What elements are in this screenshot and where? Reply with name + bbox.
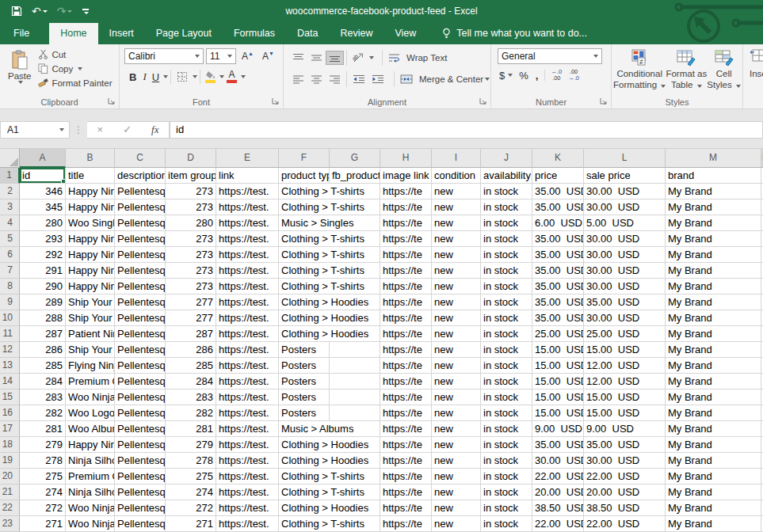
row-header-13[interactable]: 13 xyxy=(0,358,20,374)
cell-I14[interactable]: new xyxy=(432,374,481,390)
cell-C8[interactable]: Pellentesque habitant morbi xyxy=(115,279,166,294)
cell-E6[interactable]: https://test. xyxy=(216,247,279,263)
tab-home[interactable]: Home xyxy=(49,23,97,44)
cell-C17[interactable]: Pellentesque habitant morbi xyxy=(115,421,166,437)
underline-button[interactable]: U xyxy=(150,71,162,83)
cell-B9[interactable]: Ship Your Idea xyxy=(66,294,115,310)
cell-F5[interactable]: Clothing > T-shirts xyxy=(279,231,380,247)
cell-J4[interactable]: in stock xyxy=(481,215,532,231)
cell-H16[interactable]: https://te xyxy=(380,405,432,421)
insert-function-button[interactable]: fx xyxy=(151,124,158,136)
cell-H22[interactable]: https://te xyxy=(380,500,432,516)
cell-J11[interactable]: in stock xyxy=(481,326,532,342)
cell-I8[interactable]: new xyxy=(432,279,481,294)
row-header-17[interactable]: 17 xyxy=(0,421,20,437)
orientation-button[interactable]: ab xyxy=(349,51,368,66)
format-painter-button[interactable]: Format Painter xyxy=(36,77,114,89)
row-header-16[interactable]: 16 xyxy=(0,405,20,421)
cell-A21[interactable]: 274 xyxy=(20,484,66,500)
cell-H1[interactable]: image link xyxy=(380,168,432,184)
cell-F13[interactable]: Posters xyxy=(279,358,380,374)
cell-M3[interactable]: My Brand xyxy=(666,200,761,215)
cell-K15[interactable]: 15.00 USD xyxy=(532,390,584,405)
cell-C2[interactable]: Pellentesque habitant morbi xyxy=(115,184,166,200)
cell-D16[interactable]: 282 xyxy=(166,405,216,421)
cell-H21[interactable]: https://te xyxy=(380,484,432,500)
cell-M15[interactable]: My Brand xyxy=(666,390,761,405)
cell-B2[interactable]: Happy Ninja xyxy=(66,184,115,200)
cell-H23[interactable]: https://te xyxy=(380,516,432,532)
cell-M6[interactable]: My Brand xyxy=(666,247,761,263)
cell-E10[interactable]: https://test. xyxy=(216,310,279,326)
column-header-L[interactable]: L xyxy=(584,149,666,168)
cell-K8[interactable]: 35.00 USD xyxy=(532,279,584,294)
cell-K12[interactable]: 15.00 USD xyxy=(532,342,584,358)
cell-I22[interactable]: new xyxy=(432,500,481,516)
cell-E18[interactable]: https://test. xyxy=(216,437,279,453)
cell-L14[interactable]: 12.00 USD xyxy=(584,374,666,390)
column-header-K[interactable]: K xyxy=(532,149,584,168)
select-all-corner[interactable] xyxy=(0,149,20,168)
cell-F4[interactable]: Music > Singles xyxy=(279,215,380,231)
cell-D18[interactable]: 279 xyxy=(166,437,216,453)
cell-D3[interactable]: 273 xyxy=(166,200,216,215)
cell-M11[interactable]: My Brand xyxy=(666,326,761,342)
cell-C4[interactable]: Pellentesque habitant morbi xyxy=(115,215,166,231)
cell-M23[interactable]: My Brand xyxy=(666,516,761,532)
cell-M7[interactable]: My Brand xyxy=(666,263,761,279)
cell-I9[interactable]: new xyxy=(432,294,481,310)
cell-F14[interactable]: Posters xyxy=(279,374,380,390)
cell-A12[interactable]: 286 xyxy=(20,342,66,358)
cell-I3[interactable]: new xyxy=(432,200,481,215)
cell-E11[interactable]: https://test. xyxy=(216,326,279,342)
cell-M8[interactable]: My Brand xyxy=(666,279,761,294)
row-header-18[interactable]: 18 xyxy=(0,437,20,453)
cell-F1[interactable]: product type xyxy=(279,168,330,184)
wrap-text-label[interactable]: Wrap Text xyxy=(406,53,447,63)
column-header-G[interactable]: G xyxy=(330,149,380,168)
cell-M14[interactable]: My Brand xyxy=(666,374,761,390)
cell-L13[interactable]: 12.00 USD xyxy=(584,358,666,374)
cell-A1[interactable]: id xyxy=(20,168,66,184)
conditional-formatting-button[interactable]: ≠ ConditionalFormatting xyxy=(613,48,666,97)
cell-A10[interactable]: 288 xyxy=(20,310,66,326)
cell-L17[interactable]: 9.00 USD xyxy=(584,421,666,437)
cell-styles-button[interactable]: CellStyles xyxy=(707,48,741,97)
cell-C22[interactable]: Pellentesque habitant morbi xyxy=(115,500,166,516)
cell-B20[interactable]: Premium Quality xyxy=(66,469,115,484)
cell-A14[interactable]: 284 xyxy=(20,374,66,390)
cell-A17[interactable]: 281 xyxy=(20,421,66,437)
cell-J16[interactable]: in stock xyxy=(481,405,532,421)
cell-A23[interactable]: 271 xyxy=(20,516,66,532)
cell-J9[interactable]: in stock xyxy=(481,294,532,310)
cell-D10[interactable]: 277 xyxy=(166,310,216,326)
cell-K23[interactable]: 22.00 USD xyxy=(532,516,584,532)
cell-K3[interactable]: 35.00 USD xyxy=(532,200,584,215)
cell-M13[interactable]: My Brand xyxy=(666,358,761,374)
cell-F22[interactable]: Clothing > Hoodies xyxy=(279,500,380,516)
cell-J2[interactable]: in stock xyxy=(481,184,532,200)
cell-M20[interactable]: My Brand xyxy=(666,469,761,484)
cell-A7[interactable]: 291 xyxy=(20,263,66,279)
cell-J19[interactable]: in stock xyxy=(481,453,532,469)
merge-center-button[interactable] xyxy=(397,72,416,86)
cell-J17[interactable]: in stock xyxy=(481,421,532,437)
cell-E5[interactable]: https://test. xyxy=(216,231,279,247)
cell-K10[interactable]: 35.00 USD xyxy=(532,310,584,326)
cell-L15[interactable]: 15.00 USD xyxy=(584,390,666,405)
tab-view[interactable]: View xyxy=(383,23,427,44)
cell-H20[interactable]: https://te xyxy=(380,469,432,484)
cell-I21[interactable]: new xyxy=(432,484,481,500)
increase-decimal-button[interactable]: ←.0.00 xyxy=(547,69,565,82)
cell-H4[interactable]: https://te xyxy=(380,215,432,231)
cell-C18[interactable]: Pellentesque habitant morbi xyxy=(115,437,166,453)
cell-L11[interactable]: 25.00 USD xyxy=(584,326,666,342)
cell-C16[interactable]: Pellentesque habitant morbi xyxy=(115,405,166,421)
cell-C12[interactable]: Pellentesque habitant morbi xyxy=(115,342,166,358)
cell-J5[interactable]: in stock xyxy=(481,231,532,247)
cell-F20[interactable]: Clothing > T-shirts xyxy=(279,469,380,484)
row-header-19[interactable]: 19 xyxy=(0,453,20,469)
cell-K21[interactable]: 20.00 USD xyxy=(532,484,584,500)
cell-J23[interactable]: in stock xyxy=(481,516,532,532)
row-header-4[interactable]: 4 xyxy=(0,215,20,231)
